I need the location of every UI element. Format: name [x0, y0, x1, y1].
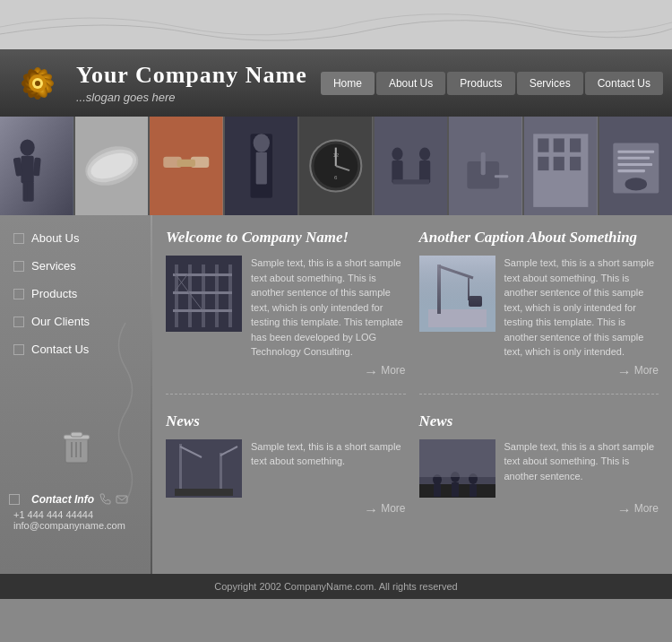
section-news-left-text: Sample text, this is a short sample text…: [251, 439, 406, 498]
nav-item-products[interactable]: Products: [447, 72, 514, 95]
sidebar-item-products[interactable]: Products: [9, 284, 143, 303]
logo-icon: [9, 54, 67, 112]
svg-rect-48: [538, 138, 548, 152]
svg-rect-100: [470, 484, 477, 497]
photo-6: [375, 117, 448, 215]
svg-rect-57: [617, 157, 650, 160]
svg-rect-85: [175, 489, 233, 496]
section-caption-img: [419, 256, 495, 332]
nav-item-home[interactable]: Home: [321, 72, 375, 95]
svg-rect-101: [419, 439, 495, 477]
section-news-right-text: Sample text, this is a short sample text…: [504, 439, 659, 498]
svg-rect-12: [21, 156, 33, 184]
svg-rect-92: [419, 256, 495, 309]
footer-text: Copyright 2002 CompanyName.com. All righ…: [214, 581, 457, 592]
svg-rect-81: [179, 444, 182, 493]
section-caption: Another Caption About Something: [419, 229, 659, 395]
contact-phone: +1 444 444 44444: [13, 509, 143, 520]
svg-rect-87: [428, 309, 487, 327]
sidebar-checkbox-products: [13, 289, 24, 299]
main-area: About Us Services Products Our Clients C…: [0, 215, 672, 574]
svg-rect-74: [173, 273, 232, 276]
svg-point-37: [392, 148, 402, 160]
content-right: Another Caption About Something: [419, 229, 659, 560]
sidebar-item-services[interactable]: Services: [9, 256, 143, 275]
section-caption-text: Sample text, this is a short sample text…: [504, 256, 659, 360]
news-left-more-link[interactable]: → More: [166, 502, 406, 518]
photo-5: 12 6: [299, 117, 373, 215]
footer: Copyright 2002 CompanyName.com. All righ…: [0, 574, 672, 599]
top-bar: [0, 0, 672, 49]
section-caption-title: Another Caption About Something: [419, 229, 659, 247]
photo-7: [449, 117, 522, 215]
svg-rect-76: [173, 309, 232, 312]
company-info: Your Company Name ...slogan goes here: [76, 62, 307, 104]
svg-point-11: [20, 139, 34, 155]
svg-text:6: 6: [334, 174, 338, 180]
svg-rect-44: [481, 152, 486, 175]
content-area: Welcome to Company Name!: [152, 215, 672, 574]
section-welcome-img: [166, 256, 242, 332]
svg-point-8: [35, 81, 40, 86]
caption-more-link[interactable]: → More: [419, 364, 659, 380]
section-news-left-img: [166, 439, 242, 498]
svg-rect-63: [71, 432, 82, 437]
section-news-right-body: Sample text, this is a short sample text…: [419, 439, 659, 498]
welcome-more-link[interactable]: → More: [166, 364, 406, 380]
sidebar-checkbox-services: [13, 261, 24, 272]
content-left: Welcome to Company Name!: [166, 229, 406, 560]
sidebar-checkbox-about: [13, 233, 24, 244]
nav-item-about[interactable]: About Us: [376, 72, 445, 95]
svg-rect-16: [28, 181, 34, 201]
svg-rect-75: [173, 291, 232, 294]
svg-rect-53: [570, 157, 581, 170]
svg-point-27: [253, 134, 269, 152]
svg-rect-82: [220, 453, 222, 493]
section-news-right: News: [419, 412, 659, 532]
section-news-right-title: News: [419, 412, 659, 430]
svg-rect-59: [617, 169, 645, 172]
svg-rect-58: [617, 163, 652, 166]
section-news-left-title: News: [166, 412, 406, 430]
section-welcome-title: Welcome to Company Name!: [166, 229, 406, 247]
nav-item-contact[interactable]: Contact Us: [585, 72, 663, 95]
photo-9: [599, 117, 673, 215]
nav-item-services[interactable]: Services: [517, 72, 583, 95]
svg-rect-56: [617, 151, 654, 153]
photo-4: [225, 117, 298, 215]
svg-rect-41: [392, 179, 429, 184]
svg-rect-98: [452, 482, 459, 497]
sidebar-decoration: [108, 323, 143, 502]
section-news-right-img: [419, 439, 495, 498]
section-welcome-text: Sample text, this is a short sample text…: [251, 256, 406, 360]
logo-container: Your Company Name ...slogan goes here: [9, 54, 321, 112]
svg-rect-50: [570, 138, 581, 152]
svg-text:12: 12: [333, 152, 340, 158]
svg-rect-52: [554, 157, 564, 170]
trash-icon: [56, 430, 97, 471]
photo-3: [150, 117, 223, 215]
svg-rect-51: [538, 157, 548, 170]
section-news-left-body: Sample text, this is a short sample text…: [166, 439, 406, 498]
svg-rect-36: [375, 117, 448, 215]
photo-1: [0, 117, 73, 215]
photo-strip: 12 6: [0, 117, 672, 215]
svg-point-60: [625, 178, 646, 190]
sidebar-checkbox-contact: [13, 344, 24, 355]
sidebar-checkbox-clients: [13, 317, 24, 327]
section-caption-body: Sample text, this is a short sample text…: [419, 256, 659, 360]
section-welcome-body: Sample text, this is a short sample text…: [166, 256, 406, 360]
main-nav: Home About Us Products Services Contact …: [321, 72, 663, 95]
news-right-more-link[interactable]: → More: [419, 502, 659, 518]
svg-rect-45: [495, 175, 508, 178]
svg-rect-96: [434, 484, 441, 497]
sidebar-item-about[interactable]: About Us: [9, 229, 143, 247]
slogan: ...slogan goes here: [76, 91, 307, 104]
photo-2: [75, 117, 149, 215]
section-news-left: News Sample text, this is a: [166, 412, 406, 532]
header: Your Company Name ...slogan goes here Ho…: [0, 49, 672, 117]
arrow-right-icon-4: →: [617, 502, 632, 518]
contact-checkbox: [9, 494, 20, 505]
contact-title: Contact Info: [31, 493, 94, 506]
svg-rect-24: [177, 160, 195, 167]
